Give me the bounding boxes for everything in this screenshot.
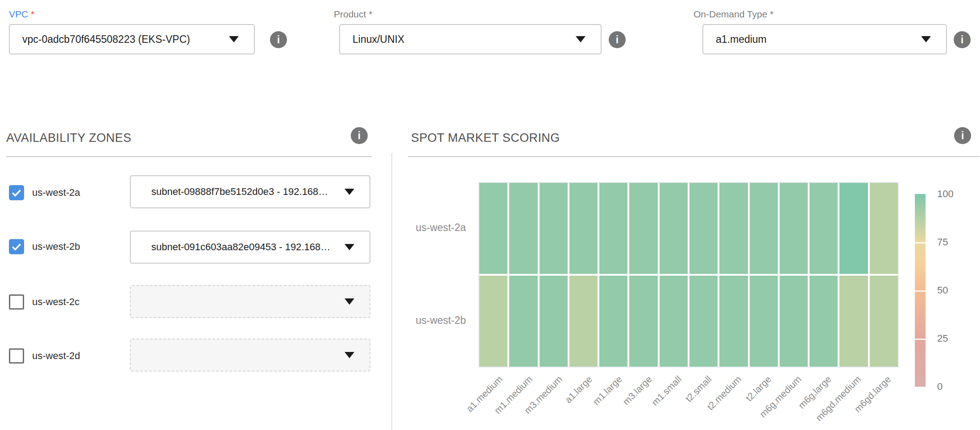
heatmap-cell-us-west-2a-m6g.large — [810, 183, 838, 274]
az-checkbox-us-west-2a[interactable] — [9, 185, 24, 200]
heatmap-cell-us-west-2b-m6gd.large — [870, 276, 898, 367]
heatmap-cell-us-west-2a-t2.medium — [719, 183, 747, 274]
heatmap-cell-us-west-2a-m3.large — [629, 183, 657, 274]
availability-zones-title: AVAILABILITY ZONES — [6, 131, 131, 145]
colorbar-tick-line — [915, 242, 926, 244]
on-demand-type-info-icon[interactable]: i — [954, 31, 971, 48]
vpc-select-value: vpc-0adcb70f645508223 (EKS-VPC) — [10, 33, 229, 45]
az-subnet-caret-down-icon — [345, 244, 354, 250]
checkmark-icon — [10, 186, 23, 199]
az-subnet-select-us-west-2d[interactable] — [130, 339, 370, 372]
heatmap-column-label-m1.small: m1.small — [650, 374, 684, 408]
heatmap-cell-us-west-2b-a1.medium — [479, 276, 507, 367]
az-zone-label: us-west-2b — [32, 239, 80, 254]
az-zone-label: us-west-2c — [32, 294, 79, 310]
vpc-required-asterisk: * — [31, 9, 34, 19]
colorbar-tick-label-25: 25 — [937, 333, 948, 344]
colorbar-tick-label-75: 75 — [937, 236, 948, 248]
heatmap-colorbar — [915, 194, 926, 387]
vpc-caret-down-icon — [229, 36, 239, 42]
heatmap-cell-us-west-2a-m1.large — [599, 183, 627, 274]
heatmap-cell-us-west-2a-a1.medium — [479, 183, 507, 274]
heatmap-cell-us-west-2a-a1.large — [569, 183, 598, 274]
spot-market-heatmap — [478, 182, 899, 368]
heatmap-cell-us-west-2a-m1.small — [660, 183, 688, 274]
vpc-select[interactable]: vpc-0adcb70f645508223 (EKS-VPC) — [9, 24, 255, 54]
spot-market-scoring-divider — [408, 156, 980, 157]
heatmap-column-label-m3.large: m3.large — [621, 374, 654, 407]
product-info-icon[interactable]: i — [609, 31, 626, 48]
colorbar-tick-line — [915, 290, 926, 292]
heatmap-cell-us-west-2b-m3.medium — [540, 276, 568, 367]
az-subnet-caret-down-icon — [345, 352, 354, 358]
availability-zones-info-icon[interactable]: i — [351, 127, 368, 144]
az-checkbox-us-west-2d[interactable] — [9, 348, 24, 364]
spot-market-scoring-info-icon[interactable]: i — [954, 127, 971, 144]
heatmap-cell-us-west-2a-t2.large — [750, 183, 778, 274]
availability-zones-divider — [6, 156, 372, 157]
az-zone-label: us-west-2d — [32, 348, 80, 364]
heatmap-cell-us-west-2a-m6gd.large — [870, 183, 898, 274]
spot-configuration-page: VPC * vpc-0adcb70f645508223 (EKS-VPC) i … — [0, 0, 980, 430]
vpc-info-icon[interactable]: i — [270, 31, 287, 48]
product-select-value: Linux/UNIX — [340, 33, 576, 45]
colorbar-tick-label-100: 100 — [937, 188, 954, 200]
heatmap-column-label-m1.large: m1.large — [591, 374, 624, 407]
az-checkbox-us-west-2b[interactable] — [9, 239, 24, 254]
heatmap-cell-us-west-2b-m6g.large — [810, 276, 838, 367]
spot-market-scoring-title: SPOT MARKET SCORING — [411, 131, 560, 145]
az-subnet-caret-down-icon — [345, 189, 354, 195]
az-subnet-value: subnet-09888f7be5152d0e3 - 192.168… — [131, 186, 345, 198]
product-required-asterisk: * — [369, 9, 372, 19]
heatmap-cell-us-west-2b-t2.large — [750, 276, 778, 367]
on-demand-type-select[interactable]: a1.medium — [702, 24, 947, 54]
heatmap-cell-us-west-2b-m1.small — [660, 276, 688, 367]
az-checkbox-us-west-2c[interactable] — [9, 294, 24, 310]
on-demand-type-required-asterisk: * — [770, 9, 773, 19]
heatmap-cell-us-west-2b-t2.medium — [719, 276, 747, 367]
heatmap-column-label-a1.large: a1.large — [563, 374, 594, 405]
heatmap-column-label-t2.large: t2.large — [744, 374, 774, 404]
heatmap-cell-us-west-2b-m6gd.medium — [839, 276, 868, 367]
product-label: Product * — [334, 9, 372, 20]
heatmap-cell-us-west-2a-t2.small — [689, 183, 718, 274]
az-subnet-select-us-west-2a[interactable]: subnet-09888f7be5152d0e3 - 192.168… — [130, 175, 370, 208]
heatmap-row-label-us-west-2b: us-west-2b — [416, 314, 466, 327]
heatmap-cell-us-west-2a-m6g.medium — [780, 183, 808, 274]
heatmap-cell-us-west-2a-m6gd.medium — [839, 183, 868, 274]
on-demand-type-caret-down-icon — [921, 36, 931, 42]
heatmap-cell-us-west-2a-m1.medium — [509, 183, 537, 274]
on-demand-type-select-value: a1.medium — [703, 33, 921, 45]
product-label-text: Product — [334, 9, 366, 19]
az-subnet-select-us-west-2b[interactable]: subnet-091c603aa82e09453 - 192.168… — [130, 231, 370, 264]
heatmap-cell-us-west-2b-t2.small — [689, 276, 718, 367]
heatmap-cell-us-west-2b-a1.large — [569, 276, 598, 367]
az-subnet-caret-down-icon — [345, 298, 354, 305]
section-vertical-divider — [391, 153, 392, 430]
heatmap-row-label-us-west-2a: us-west-2a — [416, 222, 466, 234]
vpc-label-text: VPC — [9, 9, 28, 19]
checkmark-icon — [10, 240, 23, 253]
on-demand-type-label-text: On-Demand Type — [693, 9, 767, 19]
colorbar-tick-line — [915, 339, 926, 340]
on-demand-type-label: On-Demand Type * — [693, 9, 773, 20]
product-select[interactable]: Linux/UNIX — [339, 24, 602, 54]
heatmap-cell-us-west-2b-m1.large — [599, 276, 627, 367]
heatmap-cell-us-west-2b-m6g.medium — [780, 276, 808, 367]
heatmap-cell-us-west-2a-m3.medium — [540, 183, 568, 274]
az-subnet-value: subnet-091c603aa82e09453 - 192.168… — [131, 241, 345, 253]
az-zone-label: us-west-2a — [32, 185, 80, 200]
az-subnet-select-us-west-2c[interactable] — [130, 285, 370, 318]
heatmap-cell-us-west-2b-m1.medium — [509, 276, 537, 367]
vpc-label: VPC * — [9, 9, 34, 20]
colorbar-tick-label-50: 50 — [937, 285, 948, 296]
colorbar-tick-label-0: 0 — [937, 381, 943, 393]
heatmap-cell-us-west-2b-m3.large — [629, 276, 657, 367]
product-caret-down-icon — [576, 36, 586, 42]
